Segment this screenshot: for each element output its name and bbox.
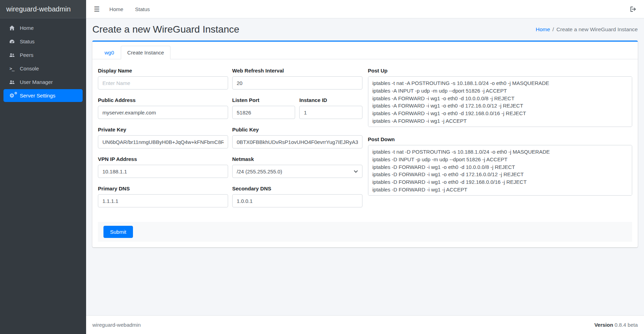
card-body: Display Name Web Refresh Interval Public… (92, 59, 638, 247)
content-area: Create a new WireGuard Instance Home / C… (86, 18, 644, 315)
public-key-label: Public Key (232, 127, 362, 132)
home-icon (8, 25, 16, 31)
sidebar-item-label: User Manager (20, 79, 53, 85)
sidebar-item-label: Server Settings (20, 93, 56, 99)
sidebar-item-label: Peers (20, 52, 33, 58)
topnav-home-link[interactable]: Home (109, 6, 123, 12)
vpn-ip-address-label: VPN IP Address (98, 156, 228, 162)
private-key-label: Private Key (98, 127, 228, 132)
sidebar-item-peers[interactable]: Peers (3, 49, 83, 61)
private-key-input[interactable] (98, 135, 228, 148)
field-vpn-ip-address: VPN IP Address (98, 156, 228, 178)
field-post-down: Post Down (368, 136, 633, 197)
field-primary-dns: Primary DNS (98, 186, 228, 207)
tab-create-instance[interactable]: Create Instance (121, 46, 171, 59)
form-right-column: Post Up Post Down (368, 68, 633, 205)
breadcrumb-home-link[interactable]: Home (536, 26, 550, 33)
form-left-columns: Display Name Web Refresh Interval Public… (98, 68, 362, 215)
display-name-label: Display Name (98, 68, 228, 74)
terminal-icon: >_ (8, 66, 16, 71)
breadcrumb-separator: / (552, 26, 554, 33)
gears-icon: ⚙⚙ (8, 93, 16, 99)
sidebar-item-user-manager[interactable]: User Manager (3, 76, 83, 88)
field-post-up: Post Up (368, 68, 633, 128)
sidebar-item-home[interactable]: Home (3, 22, 83, 34)
topnav-status-link[interactable]: Status (135, 6, 150, 12)
tab-wg0[interactable]: wg0 (98, 46, 121, 59)
sidebar-item-label: Status (20, 38, 35, 44)
footer-version-label: Version (594, 322, 613, 328)
netmask-select[interactable]: /24 (255.255.255.0) (232, 165, 362, 178)
web-refresh-interval-label: Web Refresh Interval (232, 68, 362, 74)
field-secondary-dns: Secondary DNS (232, 186, 362, 207)
secondary-dns-label: Secondary DNS (232, 186, 362, 191)
sidebar-item-label: Home (20, 25, 34, 31)
vpn-ip-address-input[interactable] (98, 165, 228, 178)
netmask-label: Netmask (232, 156, 362, 162)
page-footer: wireguard-webadmin Version 0.8.4 beta (86, 315, 644, 334)
listen-port-label: Listen Port (232, 97, 295, 103)
instance-id-label: Instance ID (299, 97, 362, 103)
post-up-textarea[interactable] (368, 76, 633, 127)
footer-version-value: 0.8.4 beta (614, 322, 638, 328)
sidebar-item-label: Console (20, 66, 39, 71)
sidebar: wireguard-webadmin Home Status Peers >_ … (0, 0, 86, 334)
field-public-key: Public Key (232, 127, 362, 148)
submit-button[interactable]: Submit (103, 226, 133, 238)
create-instance-card: wg0 Create Instance Display Name Web Ref… (92, 41, 638, 247)
users-icon (8, 52, 16, 58)
page-title: Create a new WireGuard Instance (92, 24, 239, 35)
menu-icon[interactable]: ☰ (94, 5, 100, 13)
sidebar-item-server-settings[interactable]: ⚙⚙ Server Settings (3, 89, 83, 102)
primary-dns-label: Primary DNS (98, 186, 228, 191)
post-down-textarea[interactable] (368, 145, 633, 196)
sidebar-menu: Home Status Peers >_ Console User Manage… (0, 18, 86, 105)
main-column: ☰ Home Status Create a new WireGuard Ins… (86, 0, 644, 334)
form-footer: Submit (98, 222, 632, 242)
secondary-dns-input[interactable] (232, 194, 362, 207)
primary-dns-input[interactable] (98, 194, 228, 207)
instance-id-input[interactable] (299, 106, 362, 119)
display-name-input[interactable] (98, 76, 228, 89)
field-pair-port-instance: Listen Port Instance ID (232, 97, 362, 127)
sidebar-item-status[interactable]: Status (3, 35, 83, 48)
listen-port-input[interactable] (232, 106, 295, 119)
footer-version: Version 0.8.4 beta (594, 322, 638, 328)
field-listen-port: Listen Port (232, 97, 295, 119)
card-tabs: wg0 Create Instance (92, 42, 638, 59)
web-refresh-interval-input[interactable] (232, 76, 362, 89)
brand[interactable]: wireguard-webadmin (0, 0, 86, 18)
field-instance-id: Instance ID (299, 97, 362, 119)
netmask-select-wrap: /24 (255.255.255.0) (232, 165, 362, 178)
top-navbar: ☰ Home Status (86, 0, 644, 18)
footer-brand: wireguard-webadmin (92, 322, 141, 328)
instance-form: Display Name Web Refresh Interval Public… (98, 68, 632, 215)
post-up-label: Post Up (368, 68, 633, 74)
breadcrumb-current: Create a new WireGuard Instance (557, 26, 638, 33)
public-key-input[interactable] (232, 135, 362, 148)
logout-icon[interactable] (630, 6, 636, 12)
field-netmask: Netmask /24 (255.255.255.0) (232, 156, 362, 178)
field-private-key: Private Key (98, 127, 228, 148)
users-gear-icon (8, 79, 16, 85)
public-address-label: Public Address (98, 97, 228, 103)
content-header: Create a new WireGuard Instance Home / C… (92, 24, 638, 35)
post-down-label: Post Down (368, 136, 633, 142)
sidebar-item-console[interactable]: >_ Console (3, 62, 83, 75)
field-public-address: Public Address (98, 97, 228, 119)
breadcrumb: Home / Create a new WireGuard Instance (536, 26, 638, 33)
public-address-input[interactable] (98, 106, 228, 119)
field-web-refresh-interval: Web Refresh Interval (232, 68, 362, 89)
gauge-icon (8, 38, 16, 44)
field-display-name: Display Name (98, 68, 228, 89)
